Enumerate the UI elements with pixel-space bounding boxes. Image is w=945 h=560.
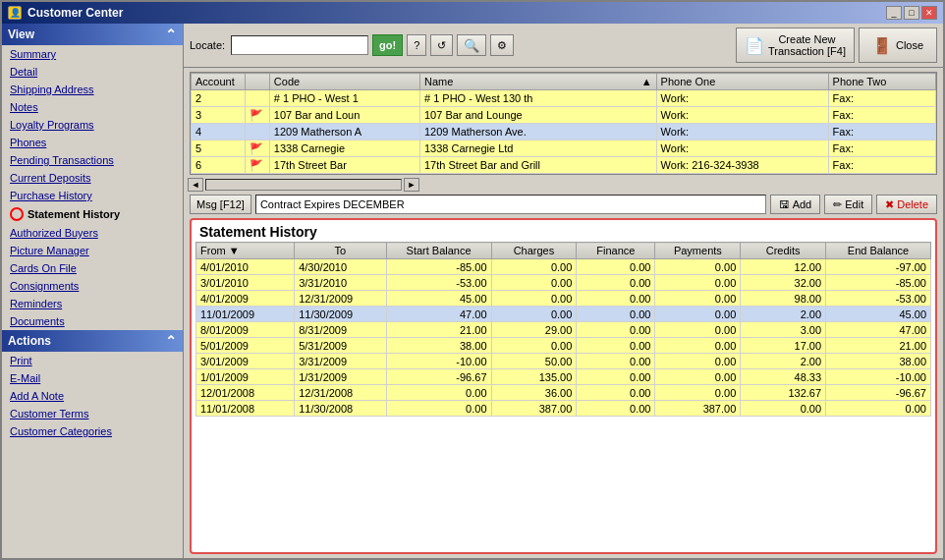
- go-button[interactable]: go!: [372, 34, 403, 56]
- msg-button[interactable]: Msg [F12]: [190, 195, 251, 214]
- cell-credits: 2.00: [741, 354, 826, 369]
- customer-table-row[interactable]: 4 1209 Matherson A 1209 Matherson Ave. W…: [192, 124, 936, 140]
- cell-from: 11/01/2009: [196, 307, 295, 322]
- sidebar-item-reminders[interactable]: Reminders: [2, 295, 183, 312]
- horizontal-scrollbar[interactable]: [205, 179, 402, 191]
- customer-table-row[interactable]: 2 # 1 PHO - West 1 # 1 PHO - West 130 th…: [192, 90, 936, 107]
- customer-table-row[interactable]: 6 🚩 17th Street Bar 17th Street Bar and …: [192, 157, 936, 174]
- cell-from: 5/01/2009: [196, 338, 295, 354]
- cell-to: 1/31/2009: [295, 369, 387, 385]
- cell-code: 17th Street Bar: [269, 157, 419, 174]
- sidebar-item-pending-transactions[interactable]: Pending Transactions: [2, 151, 183, 169]
- cell-phone-two: Fax:: [828, 124, 935, 140]
- sidebar-view-header[interactable]: View ⌃: [2, 24, 183, 45]
- sidebar-item-customer-terms[interactable]: Customer Terms: [2, 405, 183, 422]
- cell-end-balance: -10.00: [826, 369, 931, 385]
- cell-start-balance: -96.67: [386, 369, 491, 385]
- cell-from: 3/01/2010: [196, 275, 295, 291]
- table-scroll-row: ◄ ►: [184, 177, 943, 193]
- sidebar-actions-header[interactable]: Actions ⌃: [2, 330, 183, 352]
- sidebar-item-consignments[interactable]: Consignments: [2, 277, 183, 295]
- sidebar-item-email[interactable]: E-Mail: [2, 369, 183, 387]
- cell-finance: 0.00: [577, 322, 655, 338]
- sidebar-item-detail[interactable]: Detail: [2, 63, 183, 81]
- statement-table-row[interactable]: 3/01/2009 3/31/2009 -10.00 50.00 0.00 0.…: [196, 354, 931, 369]
- sidebar-item-print[interactable]: Print: [2, 352, 183, 369]
- sidebar-item-loyalty-programs[interactable]: Loyalty Programs: [2, 116, 183, 134]
- cell-end-balance: 47.00: [826, 322, 931, 338]
- sidebar-item-add-a-note[interactable]: Add A Note: [2, 387, 183, 405]
- locate-input[interactable]: [231, 35, 368, 55]
- sidebar-item-shipping-address[interactable]: Shipping Address: [2, 81, 183, 98]
- col-flag: [245, 74, 269, 90]
- cell-end-balance: -53.00: [826, 291, 931, 307]
- cell-credits: 12.00: [741, 259, 826, 275]
- statement-table-row[interactable]: 8/01/2009 8/31/2009 21.00 29.00 0.00 0.0…: [196, 322, 931, 338]
- cell-charges: 0.00: [491, 259, 577, 275]
- cell-end-balance: 45.00: [826, 307, 931, 322]
- delete-button[interactable]: ✖ Delete: [876, 195, 937, 214]
- cell-name: # 1 PHO - West 130 th: [419, 90, 656, 107]
- sidebar-item-cards-on-file[interactable]: Cards On File: [2, 259, 183, 277]
- scroll-left-button[interactable]: ◄: [188, 178, 203, 192]
- cell-finance: 0.00: [577, 338, 655, 354]
- cell-to: 3/31/2009: [295, 354, 387, 369]
- close-window-button[interactable]: ✕: [921, 6, 937, 20]
- maximize-button[interactable]: □: [904, 6, 919, 20]
- edit-button[interactable]: ✏ Edit: [824, 195, 872, 214]
- statement-table-row[interactable]: 12/01/2008 12/31/2008 0.00 36.00 0.00 0.…: [196, 385, 931, 401]
- cell-flag: 🚩: [245, 157, 269, 174]
- cell-finance: 0.00: [577, 307, 655, 322]
- sidebar-item-phones[interactable]: Phones: [2, 134, 183, 151]
- toolbar-left: Locate: go! ? ↺ 🔍 ⚙: [190, 34, 514, 56]
- title-controls: _ □ ✕: [886, 6, 937, 20]
- cell-phone-one: Work:: [656, 107, 828, 124]
- create-new-transaction-button[interactable]: 📄 Create New Transaction [F4]: [736, 28, 855, 63]
- cell-flag: [245, 90, 269, 107]
- statement-table-row[interactable]: 11/01/2009 11/30/2009 47.00 0.00 0.00 0.…: [196, 307, 931, 322]
- statement-table-row[interactable]: 4/01/2010 4/30/2010 -85.00 0.00 0.00 0.0…: [196, 259, 931, 275]
- statement-table: From ▼ To Start Balance Charges Finance …: [195, 242, 931, 417]
- cell-payments: 387.00: [655, 401, 741, 417]
- statement-table-row[interactable]: 3/01/2010 3/31/2010 -53.00 0.00 0.00 0.0…: [196, 275, 931, 291]
- sidebar-item-picture-manager[interactable]: Picture Manager: [2, 242, 183, 259]
- sidebar-item-documents[interactable]: Documents: [2, 312, 183, 330]
- sh-col-finance: Finance: [577, 243, 655, 259]
- cell-payments: 0.00: [655, 369, 741, 385]
- cell-finance: 0.00: [577, 354, 655, 369]
- help-button[interactable]: ?: [407, 34, 426, 56]
- cell-finance: 0.00: [577, 291, 655, 307]
- minimize-button[interactable]: _: [886, 6, 902, 20]
- statement-table-row[interactable]: 5/01/2009 5/31/2009 38.00 0.00 0.00 0.00…: [196, 338, 931, 354]
- cell-finance: 0.00: [577, 259, 655, 275]
- cell-phone-two: Fax:: [828, 157, 935, 174]
- sidebar-item-statement-history[interactable]: Statement History: [2, 204, 183, 224]
- close-button[interactable]: 🚪 Close: [859, 28, 937, 63]
- sidebar-item-notes[interactable]: Notes: [2, 98, 183, 116]
- cell-payments: 0.00: [655, 385, 741, 401]
- cell-phone-two: Fax:: [828, 107, 935, 124]
- sidebar-item-authorized-buyers[interactable]: Authorized Buyers: [2, 224, 183, 242]
- toolbar: Locate: go! ? ↺ 🔍 ⚙ 📄 Create New Transac…: [184, 24, 943, 68]
- sidebar-item-purchase-history[interactable]: Purchase History: [2, 187, 183, 204]
- extra-button[interactable]: ⚙: [490, 34, 514, 56]
- cell-payments: 0.00: [655, 259, 741, 275]
- cell-charges: 135.00: [491, 369, 577, 385]
- customer-table-row[interactable]: 3 🚩 107 Bar and Loun 107 Bar and Lounge …: [192, 107, 936, 124]
- cell-credits: 98.00: [741, 291, 826, 307]
- scroll-right-button[interactable]: ►: [404, 178, 419, 192]
- refresh-button[interactable]: ↺: [430, 34, 453, 56]
- sidebar-item-summary[interactable]: Summary: [2, 45, 183, 63]
- add-button[interactable]: 🖫 Add: [770, 195, 821, 214]
- cell-from: 8/01/2009: [196, 322, 295, 338]
- statement-table-row[interactable]: 11/01/2008 11/30/2008 0.00 387.00 0.00 3…: [196, 401, 931, 417]
- statement-table-row[interactable]: 4/01/2009 12/31/2009 45.00 0.00 0.00 0.0…: [196, 291, 931, 307]
- cell-start-balance: 38.00: [386, 338, 491, 354]
- search-button[interactable]: 🔍: [457, 34, 486, 56]
- statement-table-row[interactable]: 1/01/2009 1/31/2009 -96.67 135.00 0.00 0…: [196, 369, 931, 385]
- customer-table-row[interactable]: 5 🚩 1338 Carnegie 1338 Carnegie Ltd Work…: [192, 140, 936, 157]
- col-phone-one: Phone One: [656, 74, 828, 90]
- sidebar-item-current-deposits[interactable]: Current Deposits: [2, 169, 183, 187]
- sidebar-item-customer-categories[interactable]: Customer Categories: [2, 422, 183, 440]
- statement-table-wrapper[interactable]: From ▼ To Start Balance Charges Finance …: [192, 242, 935, 552]
